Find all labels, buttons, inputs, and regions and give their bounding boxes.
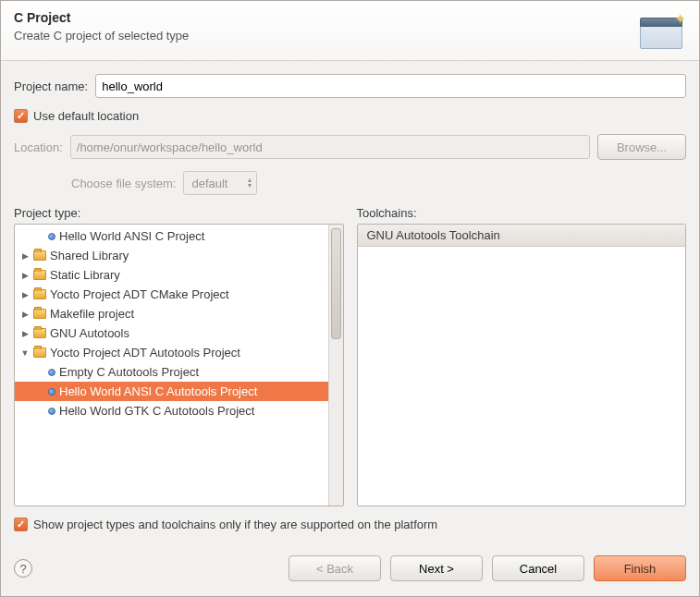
tree-item-label: GNU Autotools	[50, 326, 129, 340]
use-default-location-checkbox[interactable]: ✓ Use default location	[14, 109, 686, 123]
tree-item-label: Yocto Project ADT Autotools Project	[50, 346, 240, 359]
wizard-subtitle: Create C project of selected type	[14, 29, 189, 43]
item-dot-icon	[48, 369, 55, 376]
chevron-right-icon[interactable]: ▶	[20, 329, 30, 338]
chevron-down-icon[interactable]: ▼	[20, 348, 30, 358]
chevron-right-icon[interactable]: ▶	[20, 290, 30, 299]
wizard-footer: ? < Back Next > Cancel Finish	[1, 544, 699, 596]
toolchains-label: Toolchains:	[357, 206, 687, 220]
c-project-wizard: C Project Create C project of selected t…	[0, 0, 700, 597]
tree-scrollbar[interactable]	[328, 225, 343, 506]
folder-icon	[33, 347, 46, 358]
tree-item-label: Hello World ANSI C Autotools Project	[59, 384, 257, 398]
project-name-label: Project name:	[14, 79, 88, 93]
wizard-title: C Project	[14, 10, 189, 25]
folder-icon	[33, 270, 46, 280]
tree-item[interactable]: Hello World GTK C Autotools Project	[15, 401, 328, 420]
header-text: C Project Create C project of selected t…	[14, 10, 189, 43]
tree-item[interactable]: Empty C Autotools Project	[15, 362, 328, 382]
tree-item[interactable]: ▶Makefile project	[15, 304, 328, 323]
footer-buttons: < Back Next > Cancel Finish	[289, 555, 686, 581]
panels: Project type: Hello World ANSI C Project…	[14, 206, 686, 506]
tree-item[interactable]: ▼Yocto Project ADT Autotools Project	[15, 343, 328, 362]
item-dot-icon	[48, 408, 55, 415]
folder-icon	[33, 328, 46, 338]
back-button: < Back	[289, 555, 381, 581]
project-type-label: Project type:	[14, 206, 344, 220]
item-dot-icon	[48, 388, 55, 396]
spinner-arrows-icon: ▲▼	[247, 177, 253, 189]
check-icon: ✓	[14, 518, 28, 531]
chevron-right-icon[interactable]: ▶	[20, 310, 30, 319]
filesystem-select: default ▲▼	[183, 171, 257, 195]
location-input	[70, 135, 590, 159]
finish-button[interactable]: Finish	[594, 555, 686, 581]
chevron-right-icon[interactable]: ▶	[20, 271, 30, 280]
tree-item-label: Static Library	[50, 268, 120, 282]
project-type-tree-wrap: Hello World ANSI C Project▶Shared Librar…	[14, 224, 344, 506]
cancel-button[interactable]: Cancel	[492, 555, 584, 581]
wizard-header: C Project Create C project of selected t…	[1, 1, 699, 61]
tree-item-label: Hello World GTK C Autotools Project	[59, 404, 254, 418]
wizard-body: Project name: ✓ Use default location Loc…	[1, 61, 699, 544]
tree-item[interactable]: ▶Shared Library	[15, 246, 328, 265]
toolchain-item[interactable]: GNU Autotools Toolchain	[358, 225, 686, 247]
help-button[interactable]: ?	[14, 559, 32, 578]
check-icon: ✓	[14, 109, 28, 123]
show-supported-checkbox[interactable]: ✓ Show project types and toolchains only…	[14, 518, 686, 531]
folder-icon	[33, 250, 46, 261]
tree-item-label: Shared Library	[50, 249, 129, 262]
tree-item[interactable]: Hello World ANSI C Autotools Project	[15, 382, 328, 401]
location-label: Location:	[14, 140, 63, 154]
project-type-panel: Project type: Hello World ANSI C Project…	[14, 206, 344, 506]
project-name-input[interactable]	[95, 74, 686, 98]
tree-item[interactable]: ▶Yocto Project ADT CMake Project	[15, 285, 328, 304]
next-button[interactable]: Next >	[390, 555, 483, 581]
show-supported-label: Show project types and toolchains only i…	[33, 518, 437, 531]
project-type-tree[interactable]: Hello World ANSI C Project▶Shared Librar…	[15, 225, 328, 506]
project-name-row: Project name:	[14, 74, 686, 98]
tree-item-label: Yocto Project ADT CMake Project	[50, 287, 229, 301]
filesystem-label: Choose file system:	[71, 177, 176, 190]
chevron-right-icon[interactable]: ▶	[20, 251, 30, 261]
tree-item-label: Empty C Autotools Project	[59, 365, 199, 379]
item-dot-icon	[48, 233, 55, 240]
tree-item-label: Makefile project	[50, 307, 134, 321]
use-default-location-label: Use default location	[33, 109, 139, 123]
browse-button: Browse...	[597, 134, 686, 160]
toolchains-list[interactable]: GNU Autotools Toolchain	[357, 224, 687, 506]
filesystem-row: Choose file system: default ▲▼	[71, 171, 686, 195]
tree-item[interactable]: ▶Static Library	[15, 265, 328, 285]
folder-icon	[33, 309, 46, 319]
wizard-icon: ✦	[631, 10, 686, 51]
tree-item-label: Hello World ANSI C Project	[59, 229, 204, 243]
toolchains-panel: Toolchains: GNU Autotools Toolchain	[357, 206, 687, 506]
filesystem-value: default	[191, 177, 227, 190]
folder-icon	[33, 289, 46, 299]
scrollbar-thumb[interactable]	[331, 228, 341, 339]
tree-item[interactable]: Hello World ANSI C Project	[15, 226, 328, 246]
location-row: Location: Browse...	[14, 134, 686, 160]
tree-item[interactable]: ▶GNU Autotools	[15, 323, 328, 343]
